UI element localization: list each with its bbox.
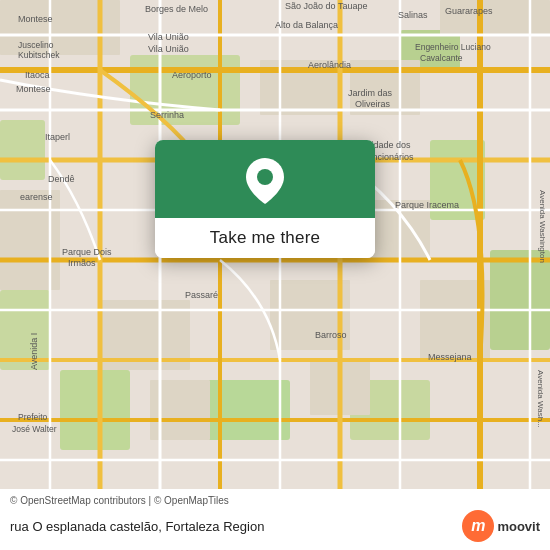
svg-text:Kubitschek: Kubitschek — [18, 50, 60, 60]
take-me-there-button[interactable]: Take me there — [155, 218, 375, 258]
svg-text:earense: earense — [20, 192, 53, 202]
svg-text:Alto da Balança: Alto da Balança — [275, 20, 338, 30]
location-pin-icon — [246, 158, 284, 204]
map-svg: Montese Borges de Melo São João do Tauap… — [0, 0, 550, 550]
svg-text:Cavalcante: Cavalcante — [420, 53, 463, 63]
svg-text:Borges de Melo: Borges de Melo — [145, 4, 208, 14]
svg-text:Parque Iracema: Parque Iracema — [395, 200, 459, 210]
svg-text:Avenida Wash...: Avenida Wash... — [536, 370, 545, 428]
moovit-logo: m moovit — [462, 510, 540, 542]
overlay-card: Take me there — [155, 140, 375, 258]
svg-text:Avenida I: Avenida I — [29, 333, 39, 370]
bottom-bar: © OpenStreetMap contributors | © OpenMap… — [0, 489, 550, 550]
svg-text:Jardim das: Jardim das — [348, 88, 393, 98]
svg-text:Itaoca: Itaoca — [25, 70, 50, 80]
map-attribution: © OpenStreetMap contributors | © OpenMap… — [10, 495, 540, 506]
svg-text:Salinas: Salinas — [398, 10, 428, 20]
svg-text:Juscelino: Juscelino — [18, 40, 54, 50]
svg-text:Dendê: Dendê — [48, 174, 75, 184]
svg-text:Oliveiras: Oliveiras — [355, 99, 391, 109]
svg-text:São João do Tauape: São João do Tauape — [285, 1, 367, 11]
moovit-logo-text: moovit — [497, 519, 540, 534]
svg-text:Aeroporto: Aeroporto — [172, 70, 212, 80]
location-row: rua O esplanada castelão, Fortaleza Regi… — [10, 510, 540, 542]
svg-rect-3 — [0, 120, 45, 180]
svg-text:Messejana: Messejana — [428, 352, 472, 362]
svg-point-76 — [257, 169, 273, 185]
moovit-logo-icon: m — [462, 510, 494, 542]
svg-text:Vila União: Vila União — [148, 32, 189, 42]
svg-text:Serrinha: Serrinha — [150, 110, 184, 120]
svg-rect-6 — [60, 370, 130, 450]
svg-text:Guararapes: Guararapes — [445, 6, 493, 16]
svg-text:Irmãos: Irmãos — [68, 258, 96, 268]
svg-text:Montese: Montese — [16, 84, 51, 94]
svg-rect-8 — [200, 380, 290, 440]
map-container: Montese Borges de Melo São João do Tauap… — [0, 0, 550, 550]
svg-text:Avenida Washington: Avenida Washington — [538, 190, 547, 263]
svg-rect-4 — [490, 250, 550, 350]
svg-text:Itaperl: Itaperl — [45, 132, 70, 142]
svg-text:Aerolândia: Aerolândia — [308, 60, 351, 70]
svg-rect-0 — [130, 55, 240, 125]
svg-text:Vila União: Vila União — [148, 44, 189, 54]
svg-text:Passaré: Passaré — [185, 290, 218, 300]
svg-text:Montese: Montese — [18, 14, 53, 24]
svg-text:Prefeito: Prefeito — [18, 412, 48, 422]
svg-text:José Walter: José Walter — [12, 424, 57, 434]
pin-area — [155, 140, 375, 218]
svg-text:Parque Dois: Parque Dois — [62, 247, 112, 257]
svg-text:Engenheiro Luciano: Engenheiro Luciano — [415, 42, 491, 52]
location-label: rua O esplanada castelão, Fortaleza Regi… — [10, 519, 264, 534]
svg-text:Barroso: Barroso — [315, 330, 347, 340]
